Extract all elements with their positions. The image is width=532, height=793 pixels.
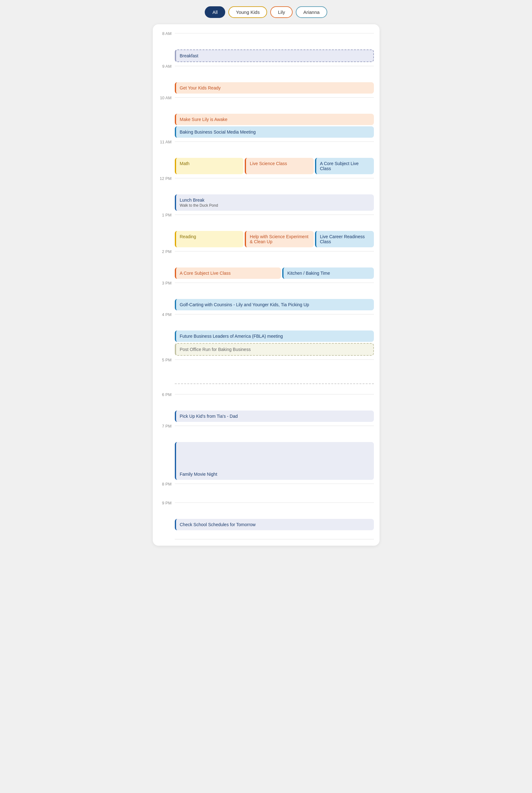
event-core-subject-2[interactable]: A Core Subject Live Class (175, 267, 281, 279)
time-label-12pm: 12 PM (158, 175, 175, 181)
time-line-8am (175, 33, 374, 33)
time-line-3pm (175, 283, 374, 283)
time-row-1pm: 1 PM (158, 212, 374, 231)
time-row-7pm: 7 PM (158, 423, 374, 442)
time-label-8pm: 8 PM (158, 481, 175, 487)
time-line-2pm (175, 251, 374, 251)
time-row-10am: 10 AM (158, 95, 374, 114)
time-label-4pm: 4 PM (158, 311, 175, 317)
time-row-9pm: 9 PM (158, 500, 374, 519)
time-row-11am: 11 AM (158, 139, 374, 158)
events-area-9pm: Check School Schedules for Tomorrow (175, 519, 374, 530)
event-family-movie[interactable]: Family Movie Night (175, 442, 374, 480)
event-help-science[interactable]: Help with Science Experiment & Clean Up (245, 231, 314, 247)
time-line-9pm (175, 503, 374, 503)
time-line-7pm (175, 426, 374, 426)
time-line-5pm (175, 359, 374, 360)
time-row-2pm: 2 PM (158, 249, 374, 267)
event-baking-meeting[interactable]: Baking Business Social Media Meeting (175, 126, 374, 138)
time-label-9pm: 9 PM (158, 500, 175, 505)
time-line-1pm (175, 214, 374, 215)
time-row-12pm: 12 PM (158, 175, 374, 194)
time-row-8pm: 8 PM (158, 481, 374, 500)
events-area-4pm: Future Business Leaders of America (FBLA… (175, 331, 374, 356)
event-make-sure-lily[interactable]: Make Sure Lily is Awake (175, 114, 374, 125)
time-row-5pm: 5 PM (158, 357, 374, 376)
time-label-11am: 11 AM (158, 139, 175, 144)
event-post-office[interactable]: Post Office Run for Baking Business (175, 343, 374, 356)
events-area-9am: Get Your Kids Ready (175, 82, 374, 94)
time-row-3pm: 3 PM (158, 280, 374, 299)
time-label-8am: 8 AM (158, 31, 175, 36)
filter-young-kids[interactable]: Young Kids (228, 6, 267, 18)
event-kitchen-baking[interactable]: Kitchen / Baking Time (282, 267, 374, 279)
event-breakfast[interactable]: Breakfast (175, 50, 374, 62)
event-pick-up-kids[interactable]: Pick Up Kid's from Tia's - Dad (175, 411, 374, 422)
filter-bar: All Young Kids Lily Arianna (205, 6, 327, 18)
event-core-subject-1[interactable]: A Core Subject Live Class (315, 158, 374, 174)
event-reading[interactable]: Reading (175, 231, 244, 247)
time-line-9am (175, 66, 374, 66)
events-area-10am: Make Sure Lily is Awake Baking Business … (175, 114, 374, 138)
events-area-6pm: Pick Up Kid's from Tia's - Dad (175, 411, 374, 422)
time-label-6pm: 6 PM (158, 392, 175, 397)
event-check-school[interactable]: Check School Schedules for Tomorrow (175, 519, 374, 530)
events-area-2pm: A Core Subject Live Class Kitchen / Baki… (175, 267, 374, 279)
events-area-3pm: Golf-Carting with Counsins - Lily and Yo… (175, 299, 374, 310)
time-line-12pm (175, 178, 374, 178)
event-golf-carting[interactable]: Golf-Carting with Counsins - Lily and Yo… (175, 299, 374, 310)
event-math[interactable]: Math (175, 158, 244, 174)
section-divider-1 (175, 383, 374, 384)
time-row-4pm: 4 PM (158, 311, 374, 331)
time-row-8am: 8 AM (158, 31, 374, 50)
event-lunch-break[interactable]: Lunch Break Walk to the Duck Pond (175, 194, 374, 211)
events-area-11am: Math Live Science Class A Core Subject L… (175, 158, 374, 174)
events-area-7pm: Family Movie Night (175, 442, 374, 480)
calendar-container: 8 AM Breakfast 9 AM Get Your Kids Ready (153, 24, 380, 546)
time-row-9am: 9 AM (158, 63, 374, 82)
event-live-career[interactable]: Live Career Readiness Class (315, 231, 374, 247)
time-line-10am (175, 97, 374, 98)
time-label-10am: 10 AM (158, 95, 175, 100)
time-row-6pm: 6 PM (158, 392, 374, 411)
filter-all[interactable]: All (205, 6, 225, 18)
time-line-4pm (175, 314, 374, 315)
event-get-kids-ready[interactable]: Get Your Kids Ready (175, 82, 374, 94)
bottom-divider (175, 539, 374, 540)
time-label-5pm: 5 PM (158, 357, 175, 362)
time-label-1pm: 1 PM (158, 212, 175, 218)
time-label-7pm: 7 PM (158, 423, 175, 429)
time-label-2pm: 2 PM (158, 249, 175, 254)
time-label-9am: 9 AM (158, 63, 175, 69)
events-area-1pm: Reading Help with Science Experiment & C… (175, 231, 374, 247)
time-line-8pm (175, 484, 374, 484)
event-live-science[interactable]: Live Science Class (245, 158, 314, 174)
time-label-3pm: 3 PM (158, 280, 175, 285)
events-area-breakfast: Breakfast (175, 50, 374, 62)
events-area-12pm: Lunch Break Walk to the Duck Pond (175, 194, 374, 211)
lunch-subtitle: Walk to the Duck Pond (180, 203, 370, 208)
time-line-11am (175, 141, 374, 142)
filter-lily[interactable]: Lily (270, 6, 292, 18)
filter-arianna[interactable]: Arianna (296, 6, 327, 18)
event-fbla[interactable]: Future Business Leaders of America (FBLA… (175, 331, 374, 342)
